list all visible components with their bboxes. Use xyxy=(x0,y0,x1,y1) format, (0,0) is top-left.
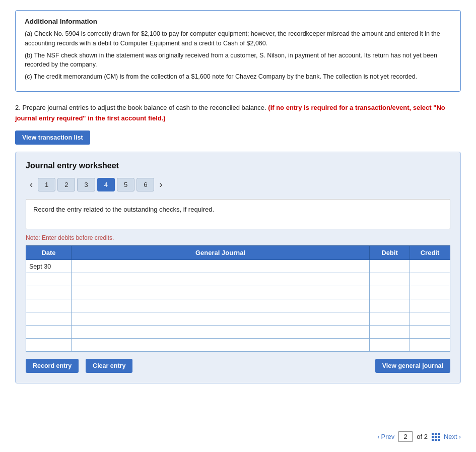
next-button[interactable]: Next › xyxy=(444,433,461,440)
tab-next-arrow[interactable]: › xyxy=(155,177,166,192)
journal-table: Date General Journal Debit Credit Sept 3… xyxy=(26,245,450,352)
tab-2[interactable]: 2 xyxy=(57,178,75,191)
row4-debit-input[interactable] xyxy=(370,299,410,312)
question-text: 2. Prepare journal entries to adjust the… xyxy=(15,103,461,124)
tab-5[interactable]: 5 xyxy=(117,178,134,191)
row3-date xyxy=(26,286,72,299)
row6-debit[interactable] xyxy=(370,326,410,339)
col-general-journal: General Journal xyxy=(72,246,370,260)
info-item-a: (a) Check No. 5904 is correctly drawn fo… xyxy=(25,29,451,48)
table-row xyxy=(26,339,450,352)
row1-debit-input[interactable] xyxy=(370,260,410,273)
row2-journal[interactable] xyxy=(72,273,370,286)
row6-credit[interactable] xyxy=(410,326,450,339)
col-credit: Credit xyxy=(410,246,450,260)
row1-debit[interactable] xyxy=(370,260,410,273)
table-row xyxy=(26,312,450,326)
row5-credit-input[interactable] xyxy=(410,312,450,325)
view-general-journal-button[interactable]: View general journal xyxy=(375,359,450,373)
row5-credit[interactable] xyxy=(410,312,450,326)
row4-date xyxy=(26,299,72,312)
row7-credit-input[interactable] xyxy=(410,339,450,351)
tab-row: ‹ 1 2 3 4 5 6 › xyxy=(26,177,450,192)
row6-debit-input[interactable] xyxy=(370,326,410,338)
row1-credit[interactable] xyxy=(410,260,450,273)
row6-journal-input[interactable] xyxy=(72,326,369,338)
row5-debit[interactable] xyxy=(370,312,410,326)
row7-journal[interactable] xyxy=(72,339,370,352)
row3-credit-input[interactable] xyxy=(410,286,450,299)
row7-debit[interactable] xyxy=(370,339,410,352)
footer-navigation: ‹ Prev 2 of 2 Next › xyxy=(377,431,461,442)
row5-journal[interactable] xyxy=(72,312,370,326)
tab-prev-arrow[interactable]: ‹ xyxy=(26,177,37,192)
tab-6[interactable]: 6 xyxy=(137,178,154,191)
tab-3[interactable]: 3 xyxy=(77,178,95,191)
row4-credit[interactable] xyxy=(410,299,450,312)
row2-journal-input[interactable] xyxy=(72,273,369,286)
row7-debit-input[interactable] xyxy=(370,339,410,351)
left-buttons: Record entry Clear entry xyxy=(26,359,132,373)
row5-debit-input[interactable] xyxy=(370,312,410,325)
row2-date xyxy=(26,273,72,286)
action-buttons: Record entry Clear entry View general jo… xyxy=(26,359,450,373)
total-pages: of 2 xyxy=(417,433,428,440)
row6-credit-input[interactable] xyxy=(410,326,450,338)
row1-journal[interactable] xyxy=(72,260,370,273)
row2-debit-input[interactable] xyxy=(370,273,410,286)
tab-1[interactable]: 1 xyxy=(38,178,55,191)
next-label: Next xyxy=(444,433,457,440)
question-body: Prepare journal entries to adjust the bo… xyxy=(22,104,266,111)
info-box: Additional Information (a) Check No. 590… xyxy=(15,10,461,92)
row5-journal-input[interactable] xyxy=(72,312,369,325)
row1-journal-input[interactable] xyxy=(72,260,369,273)
row4-credit-input[interactable] xyxy=(410,299,450,312)
table-row xyxy=(26,326,450,339)
journal-entry-worksheet: Journal entry worksheet ‹ 1 2 3 4 5 6 › … xyxy=(15,152,461,383)
view-transaction-button[interactable]: View transaction list xyxy=(15,131,90,145)
row6-date xyxy=(26,326,72,339)
row4-journal[interactable] xyxy=(72,299,370,312)
info-item-b: (b) The NSF check shown in the statement… xyxy=(25,51,451,70)
table-row xyxy=(26,273,450,286)
row3-debit-input[interactable] xyxy=(370,286,410,299)
row5-date xyxy=(26,312,72,326)
row2-credit[interactable] xyxy=(410,273,450,286)
row2-debit[interactable] xyxy=(370,273,410,286)
row7-credit[interactable] xyxy=(410,339,450,352)
col-debit: Debit xyxy=(370,246,410,260)
info-item-c: (c) The credit memorandum (CM) is from t… xyxy=(25,72,451,82)
row6-journal[interactable] xyxy=(72,326,370,339)
row1-date: Sept 30 xyxy=(26,260,72,273)
row4-journal-input[interactable] xyxy=(72,299,369,312)
prev-button[interactable]: ‹ Prev xyxy=(377,433,394,440)
record-entry-button[interactable]: Record entry xyxy=(26,359,79,373)
prev-arrow-icon: ‹ xyxy=(377,433,379,440)
col-date: Date xyxy=(26,246,72,260)
info-title: Additional Information xyxy=(25,18,451,25)
note-text: Note: Enter debits before credits. xyxy=(26,234,450,241)
row2-credit-input[interactable] xyxy=(410,273,450,286)
row3-journal[interactable] xyxy=(72,286,370,299)
row3-debit[interactable] xyxy=(370,286,410,299)
prev-label: Prev xyxy=(381,433,395,440)
row7-date xyxy=(26,339,72,352)
row3-credit[interactable] xyxy=(410,286,450,299)
row7-journal-input[interactable] xyxy=(72,339,369,351)
table-row xyxy=(26,299,450,312)
current-page-number[interactable]: 2 xyxy=(398,431,413,442)
question-number: 2. xyxy=(15,104,21,111)
next-arrow-icon: › xyxy=(459,433,461,440)
entry-description: Record the entry related to the outstand… xyxy=(26,199,450,229)
table-row xyxy=(26,286,450,299)
row3-journal-input[interactable] xyxy=(72,286,369,299)
clear-entry-button[interactable]: Clear entry xyxy=(86,359,132,373)
table-row: Sept 30 xyxy=(26,260,450,273)
tab-4[interactable]: 4 xyxy=(97,178,115,191)
row4-debit[interactable] xyxy=(370,299,410,312)
row1-credit-input[interactable] xyxy=(410,260,450,273)
worksheet-title: Journal entry worksheet xyxy=(26,161,450,170)
grid-icon xyxy=(432,432,440,441)
